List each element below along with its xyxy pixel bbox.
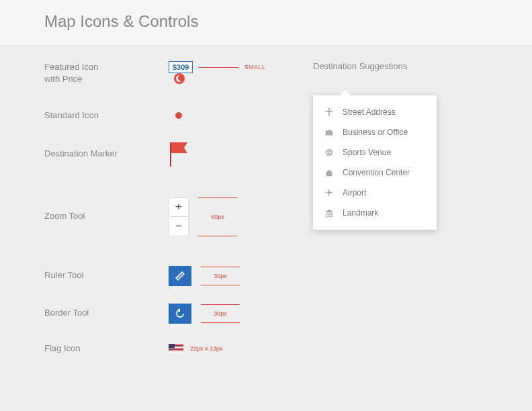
dd-label: Business or Office (343, 128, 408, 137)
ruler-demo: 30px (169, 266, 240, 286)
label-destination: Destination Marker (44, 148, 169, 160)
icons-column: Featured Icon with Price $309 SMALL Stan… (44, 61, 313, 368)
label-featured: Featured Icon with Price (44, 61, 169, 85)
dd-item-convention[interactable]: Convention Center (313, 163, 437, 183)
page-header: Map Icons & Controls (0, 0, 532, 46)
border-demo: 30px (169, 304, 240, 324)
row-destination: Destination Marker (44, 141, 313, 168)
plane-icon (324, 187, 335, 198)
destination-demo (169, 141, 189, 168)
dd-item-sports[interactable]: Sports Venue (313, 142, 437, 163)
dd-label: Convention Center (343, 168, 410, 177)
intersection-icon (324, 107, 335, 118)
dd-label: Landmark (343, 208, 378, 218)
featured-demo: $309 SMALL (169, 61, 266, 73)
row-standard: Standard Icon (44, 109, 313, 122)
border-button[interactable] (169, 304, 191, 324)
zoom-out-button[interactable]: − (169, 217, 188, 236)
border-dim: 30px (201, 304, 240, 323)
label-flag: Flag Icon (44, 342, 169, 355)
zoom-control: + − (169, 197, 189, 236)
annot-small: SMALL (244, 64, 265, 71)
us-flag-icon (169, 344, 183, 353)
suggestions-title: Destination Suggestions (313, 61, 437, 71)
dd-item-landmark[interactable]: Landmark (313, 203, 437, 223)
ball-icon (324, 147, 335, 158)
content: Featured Icon with Price $309 SMALL Stan… (0, 46, 532, 368)
zoom-in-button[interactable]: + (169, 198, 188, 217)
suggestions-dropdown: Street Address Business or Office Sports… (313, 95, 437, 230)
flag-demo: 22px x 13px (169, 344, 223, 353)
standard-demo (169, 112, 182, 119)
label-zoom: Zoom Tool (44, 210, 169, 222)
annot-line (198, 67, 238, 68)
price-badge[interactable]: $309 (169, 61, 193, 73)
dd-label: Airport (343, 188, 366, 197)
row-zoom: Zoom Tool + − 60px (44, 197, 313, 236)
refresh-icon (175, 308, 185, 319)
row-flag: Flag Icon 22px x 13px (44, 342, 313, 355)
dd-item-business[interactable]: Business or Office (313, 122, 437, 142)
landmark-icon (324, 208, 335, 218)
moon-icon (174, 73, 185, 84)
flag-dim: 22px x 13px (190, 345, 223, 352)
dd-label: Street Address (343, 107, 396, 117)
row-ruler: Ruler Tool 30px (44, 266, 313, 286)
label-standard: Standard Icon (44, 109, 169, 122)
row-featured: Featured Icon with Price $309 SMALL (44, 61, 313, 85)
suggestions-column: Destination Suggestions Street Address B… (313, 61, 437, 368)
zoom-demo: + − 60px (169, 197, 237, 236)
dd-item-airport[interactable]: Airport (313, 183, 437, 203)
briefcase-icon (324, 127, 335, 138)
building-icon (324, 167, 335, 178)
zoom-dim: 60px (198, 197, 237, 236)
ruler-button[interactable] (169, 266, 191, 286)
label-ruler: Ruler Tool (44, 269, 169, 281)
dd-item-street[interactable]: Street Address (313, 102, 437, 122)
ruler-icon (175, 271, 185, 281)
svg-rect-0 (170, 142, 171, 167)
page-title: Map Icons & Controls (44, 12, 532, 31)
row-border: Border Tool 30px (44, 304, 313, 324)
dd-label: Sports Venue (343, 148, 391, 157)
label-border: Border Tool (44, 307, 169, 319)
dot-icon (175, 112, 182, 119)
ruler-dim: 30px (201, 267, 240, 285)
flag-icon (169, 141, 189, 168)
